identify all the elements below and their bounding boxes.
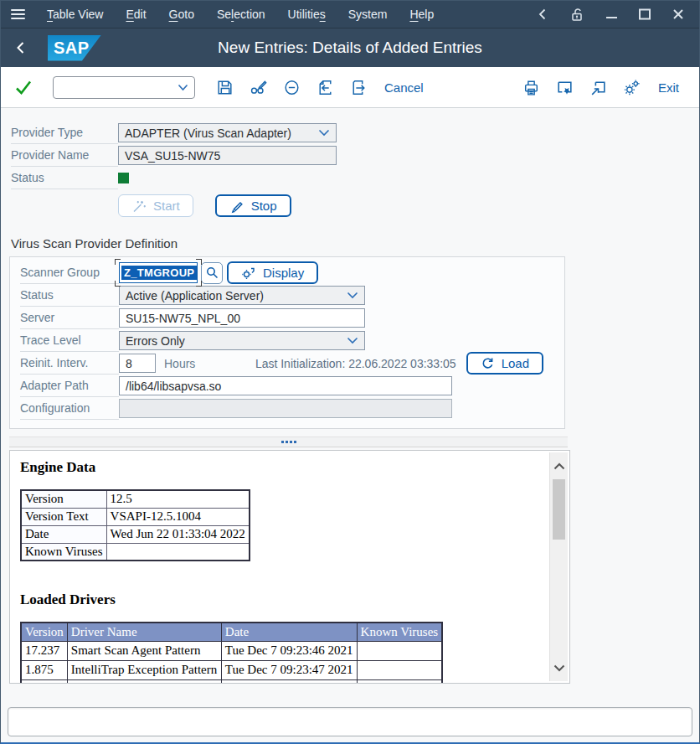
engine-data-row: DateWed Jun 22 01:33:04 2022 <box>21 525 250 543</box>
splitter-handle[interactable] <box>9 437 568 447</box>
menu-item-utilities[interactable]: Utilities <box>288 8 326 21</box>
menu-bar: Table ViewEditGotoSelectionUtilitiesSyst… <box>1 1 699 28</box>
display-button[interactable]: Display <box>227 261 318 284</box>
provider-name-field[interactable]: VSA_SU15-NW75 <box>118 146 337 165</box>
settings-icon[interactable] <box>621 76 643 98</box>
close-icon[interactable] <box>672 8 684 20</box>
save-icon[interactable] <box>214 76 235 98</box>
driver-cell: Smart Scan Agent Pattern <box>67 641 221 660</box>
server-label: Server <box>20 307 119 329</box>
engine-field-value: VSAPI-12.5.1004 <box>106 508 250 525</box>
search-help-icon[interactable] <box>201 262 223 284</box>
stop-button[interactable]: Stop <box>215 194 291 217</box>
provider-type-row: Provider Type ADAPTER (Virus Scan Adapte… <box>1 121 699 144</box>
trace-level-label: Trace Level <box>20 329 119 352</box>
configuration-row: Configuration <box>10 397 564 420</box>
status-row: Status <box>1 167 699 189</box>
viewer-scrollbar[interactable] <box>549 452 568 681</box>
provider-name-label: Provider Name <box>11 144 118 167</box>
driver-cell: 1.875 <box>21 660 67 679</box>
trace-level-select[interactable]: Errors Only <box>119 331 365 350</box>
driver-cell: IntelliTrap Pattern <box>67 679 221 684</box>
definition-panel: Scanner Group Z_TMGROUP Display <box>9 256 565 429</box>
driver-cell <box>357 679 442 684</box>
menu-item-goto[interactable]: Goto <box>169 8 194 21</box>
menu-item-table-view[interactable]: Table View <box>47 8 103 21</box>
status-green-square <box>118 173 129 183</box>
circle-minus-icon[interactable] <box>281 76 302 98</box>
section-title: Virus Scan Provider Definition <box>11 236 699 251</box>
engine-field-label: Date <box>21 525 106 543</box>
reinit-input[interactable]: 8 <box>119 354 156 373</box>
unlock-icon[interactable] <box>569 7 585 23</box>
reinit-row: Reinit. Interv. 8 Hours Last Initializat… <box>10 352 564 375</box>
status-label: Status <box>11 167 118 189</box>
pencil-icon <box>229 199 244 214</box>
scanner-group-row: Scanner Group Z_TMGROUP Display <box>10 261 564 284</box>
check-icon[interactable] <box>13 76 34 98</box>
engine-field-label: Version Text <box>21 508 106 525</box>
sap-gui-window: Table ViewEditGotoSelectionUtilitiesSyst… <box>0 0 700 744</box>
status-bar[interactable] <box>8 707 692 736</box>
menu-item-edit[interactable]: Edit <box>126 8 146 21</box>
menu-items: Table ViewEditGotoSelectionUtilitiesSyst… <box>47 8 434 21</box>
back-page-icon[interactable] <box>314 76 336 98</box>
driver-cell: Tue Dec 7 09:23:47 2021 <box>221 660 357 679</box>
printer-icon[interactable] <box>521 76 543 98</box>
vsp-status-label: Status <box>20 284 119 307</box>
chevron-left-icon[interactable] <box>537 8 548 21</box>
drivers-column-header: Version <box>21 623 67 641</box>
configuration-field[interactable] <box>119 399 452 418</box>
start-stop-row: Start Stop <box>1 194 699 217</box>
cancel-button[interactable]: Cancel <box>381 80 427 95</box>
driver-cell <box>357 641 442 660</box>
scanner-group-label: Scanner Group <box>20 261 119 284</box>
engine-field-value: Wed Jun 22 01:33:04 2022 <box>106 525 250 543</box>
exit-page-icon[interactable] <box>347 76 369 98</box>
command-field[interactable] <box>53 76 195 99</box>
engine-data-row: Known Viruses <box>21 543 250 561</box>
adapter-path-row: Adapter Path /lib64/libsapvsa.so <box>10 375 564 397</box>
engine-field-label: Version <box>21 490 106 508</box>
menu-item-system[interactable]: System <box>348 8 388 21</box>
menu-item-selection[interactable]: Selection <box>217 8 265 21</box>
minimize-icon[interactable] <box>606 8 618 20</box>
driver-row: 0.253IntelliTrap PatternTue Dec 7 09:23:… <box>21 679 442 684</box>
driver-cell: IntelliTrap Exception Pattern <box>67 660 221 679</box>
menu-item-help[interactable]: Help <box>409 8 434 21</box>
driver-cell: Tue Dec 7 09:23:46 2021 <box>221 641 357 660</box>
exit-button[interactable]: Exit <box>655 80 682 95</box>
server-row: Server SU15-NW75_NPL_00 <box>10 307 564 329</box>
server-field[interactable]: SU15-NW75_NPL_00 <box>119 308 365 328</box>
engine-data-row: Version12.5 <box>21 490 250 508</box>
engine-field-value <box>106 543 250 561</box>
engine-field-label: Known Viruses <box>21 543 106 561</box>
adapter-path-field[interactable]: /lib64/libsapvsa.so <box>119 376 452 395</box>
shortcut-icon[interactable] <box>588 76 610 98</box>
trace-level-row: Trace Level Errors Only <box>10 329 564 352</box>
hamburger-icon[interactable] <box>1 9 33 19</box>
hours-label: Hours <box>164 357 195 370</box>
chevron-down-icon <box>318 129 330 137</box>
engine-data-row: Version TextVSAPI-12.5.1004 <box>21 508 250 525</box>
vsp-status-select[interactable]: Active (Application Server) <box>119 286 365 305</box>
load-button[interactable]: Load <box>466 352 543 375</box>
scrollbar-thumb[interactable] <box>553 479 565 540</box>
loaded-drivers-title: Loaded Drivers <box>20 592 539 608</box>
new-session-icon[interactable] <box>554 76 576 98</box>
last-initialization-text: Last Initialization: 22.06.2022 03:33:05 <box>255 357 456 370</box>
drivers-column-header: Driver Name <box>67 623 221 641</box>
chevron-up-icon[interactable] <box>550 457 569 474</box>
scanner-group-input[interactable]: Z_TMGROUP <box>119 262 198 283</box>
drivers-column-header: Known Viruses <box>357 623 442 641</box>
display-change-icon[interactable] <box>247 76 269 98</box>
refresh-icon <box>481 356 495 370</box>
start-button[interactable]: Start <box>118 194 193 217</box>
maximize-icon[interactable] <box>639 8 651 20</box>
loaded-drivers-table: VersionDriver NameDateKnown Viruses 17.2… <box>20 622 443 684</box>
scanner-group-focus: Z_TMGROUP <box>119 262 198 283</box>
chevron-down-icon[interactable] <box>550 659 569 676</box>
drivers-header-row: VersionDriver NameDateKnown Viruses <box>21 623 442 641</box>
vsp-status-row: Status Active (Application Server) <box>10 284 564 307</box>
provider-type-select[interactable]: ADAPTER (Virus Scan Adapter) <box>118 123 337 142</box>
